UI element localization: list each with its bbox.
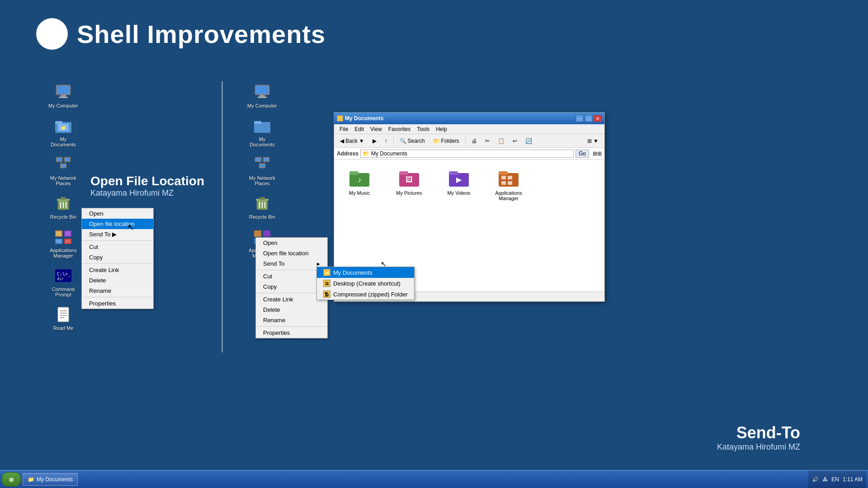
menu-item-delete[interactable]: Delete <box>82 275 153 286</box>
desktop-icon-recyclebin-left[interactable]: Recycle Bin <box>45 192 81 221</box>
svg-rect-41 <box>259 95 265 97</box>
toolbar-separator2 <box>465 136 466 145</box>
go-button[interactable]: Go <box>576 150 589 158</box>
desktop-icon-readme-left[interactable]: Read Me <box>45 304 81 333</box>
folder-icon-small: 📁 <box>323 269 330 276</box>
taskbar-tray: 🔊 🖧 EN 1:11 AM <box>808 471 866 488</box>
annotation-title-left: Open File Location <box>90 174 204 188</box>
desktop-left: My Computer 📁 My Documents <box>45 81 81 333</box>
svg-rect-76 <box>501 181 506 185</box>
appmanager-folder-icon <box>498 167 519 188</box>
toolbar-icon1[interactable]: 🖨 <box>468 136 480 145</box>
toolbar-forward[interactable]: ▶ <box>369 136 380 145</box>
svg-rect-64 <box>349 171 359 175</box>
center-menu-item-rename[interactable]: Rename <box>256 315 327 325</box>
annotation-left: Open File Location Katayama Hirofumi MZ <box>90 174 204 198</box>
menu-item-create-link[interactable]: Create Link <box>82 265 153 275</box>
explorer-item-myvideos[interactable]: ▶ My Videos <box>441 167 477 201</box>
svg-text:🖼: 🖼 <box>406 176 413 183</box>
svg-line-51 <box>258 162 262 164</box>
search-label: Search <box>408 138 425 144</box>
svg-text:⊞: ⊞ <box>9 477 13 482</box>
explorer-menubar: File Edit View Favorites Tools Help <box>334 124 604 134</box>
submenu-item-label: Desktop (Create shortcut) <box>333 280 401 287</box>
menu-item-properties[interactable]: Properties <box>82 298 153 309</box>
center-menu-item-delete[interactable]: Delete <box>256 305 327 315</box>
menu-tools[interactable]: Tools <box>414 125 432 133</box>
back-label: Back <box>345 138 358 144</box>
menu-separator <box>82 263 153 264</box>
desktop-icon-cmd-left[interactable]: C:\>_ dir Command Prompt <box>45 265 81 299</box>
center-menu-item-open[interactable]: Open <box>256 238 327 248</box>
svg-line-15 <box>59 162 63 164</box>
menu-item-copy[interactable]: Copy <box>82 252 153 263</box>
menu-help[interactable]: Help <box>433 125 450 133</box>
menu-edit[interactable]: Edit <box>352 125 367 133</box>
folders-label: Folders <box>441 138 459 144</box>
tray-time: 1:11 AM <box>843 476 863 483</box>
menu-separator <box>82 297 153 297</box>
window-title: My Documents <box>345 115 383 122</box>
toolbar-folders[interactable]: 📁 Folders <box>430 136 462 145</box>
menu-file[interactable]: File <box>337 125 351 133</box>
maximize-button[interactable]: □ <box>585 115 593 122</box>
folders-icon: 📁 <box>433 138 440 144</box>
address-extra-icons: ⊞⊞ <box>593 150 602 157</box>
header-cursor-icon <box>36 18 68 50</box>
menu-item-open[interactable]: Open <box>82 208 153 219</box>
menu-item-cut[interactable]: Cut <box>82 242 153 252</box>
menu-item-send-to[interactable]: Send To ▶ <box>82 229 153 239</box>
tray-volume-icon[interactable]: 🔊 <box>812 476 819 483</box>
desktop-icon-network-center[interactable]: My Network Places <box>244 154 280 188</box>
toolbar-icon4[interactable]: ↩ <box>509 136 520 145</box>
menu-item-rename[interactable]: Rename <box>82 286 153 296</box>
back-icon: ◀ <box>340 138 344 144</box>
toolbar-icon5[interactable]: 🔃 <box>522 136 535 145</box>
submenu-item-mydocs[interactable]: 📁 My Documents <box>317 267 414 278</box>
menu-item-open-file-location[interactable]: Open file location <box>82 219 153 229</box>
toolbar-icon3[interactable]: 📋 <box>495 136 508 145</box>
center-menu-separator <box>256 326 327 327</box>
svg-text:♪: ♪ <box>358 176 361 183</box>
desktop-icon-mydocs-center[interactable]: My Documents <box>244 115 280 149</box>
desktop-icon-label: My Computer <box>48 103 78 108</box>
desktop-icon-mycomputer-center[interactable]: My Computer <box>244 81 280 110</box>
explorer-item-mypictures[interactable]: 🖼 My Pictures <box>391 167 427 201</box>
svg-rect-42 <box>258 97 267 98</box>
toolbar-back[interactable]: ◀ Back ▼ <box>337 136 368 145</box>
taskbar-item-mydocs[interactable]: 📁 My Documents <box>23 473 78 486</box>
desktop-icon-recyclebin-center[interactable]: Recycle Bin <box>244 192 280 221</box>
close-button[interactable]: ✕ <box>594 115 602 122</box>
desktop-icon-mycomputer-left[interactable]: My Computer <box>45 81 81 110</box>
toolbar-view[interactable]: ⊞ ▼ <box>584 136 602 145</box>
menu-favorites[interactable]: Favorites <box>386 125 413 133</box>
annotation-right: Send-To Katayama Hirofumi MZ <box>717 423 800 452</box>
titlebar-folder-icon <box>337 115 343 122</box>
toolbar-up[interactable]: ↑ <box>382 136 391 145</box>
address-path[interactable]: 📁 My Documents <box>360 150 574 158</box>
minimize-button[interactable]: ─ <box>576 115 584 122</box>
toolbar-icon2[interactable]: ✂ <box>482 136 493 145</box>
svg-rect-26 <box>65 231 71 236</box>
menu-view[interactable]: View <box>368 125 385 133</box>
titlebar-controls: ─ □ ✕ <box>576 115 602 122</box>
toolbar-search[interactable]: 🔍 Search <box>396 136 428 145</box>
tray-network-icon[interactable]: 🖧 <box>822 476 828 483</box>
explorer-item-mymusic[interactable]: ♪ My Music <box>341 167 377 201</box>
desktop-icon-appmanager-left[interactable]: Applications Manager <box>45 226 81 260</box>
svg-rect-50 <box>260 164 264 167</box>
desktop-icon-label: Recycle Bin <box>249 214 275 220</box>
start-button[interactable]: ⊞ <box>2 472 21 487</box>
center-menu-item-open-file-location[interactable]: Open file location <box>256 248 327 258</box>
desktop-icon-mydocs-left[interactable]: 📁 My Documents <box>45 115 81 149</box>
appmanager-label: Applications Manager <box>491 190 527 201</box>
address-label: Address <box>337 150 359 157</box>
explorer-titlebar: My Documents ─ □ ✕ <box>334 113 604 124</box>
center-menu-item-properties[interactable]: Properties <box>256 328 327 338</box>
explorer-item-appmanager[interactable]: Applications Manager <box>491 167 527 201</box>
submenu-sendto: 📁 My Documents 🖥 Desktop (Create shortcu… <box>316 267 415 300</box>
desktop-icon-network-left[interactable]: My Network Places <box>45 154 81 188</box>
tray-lang-icon[interactable]: EN <box>831 476 839 483</box>
submenu-item-compressed[interactable]: 🗜 Compressed (zipped) Folder <box>317 289 414 300</box>
submenu-item-desktop[interactable]: 🖥 Desktop (Create shortcut) <box>317 278 414 289</box>
